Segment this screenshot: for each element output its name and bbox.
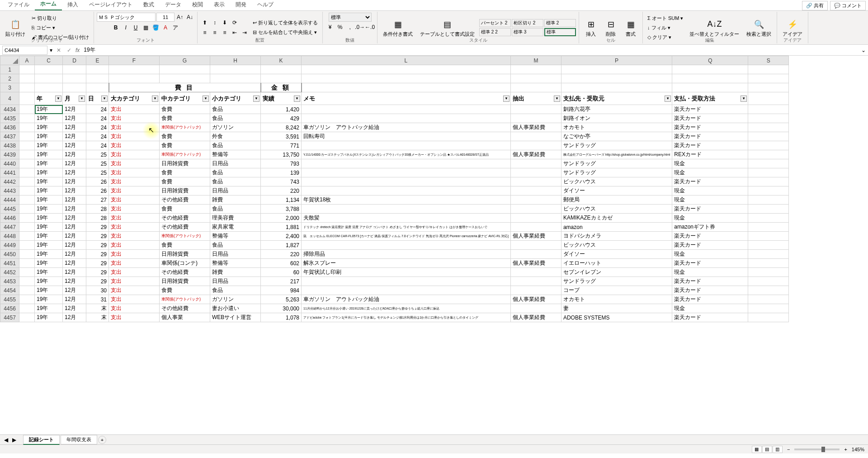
cell-day[interactable]: 24 <box>86 141 109 150</box>
cell-extract[interactable] <box>510 223 561 232</box>
style-percent2[interactable]: パーセント 2 <box>479 19 511 27</box>
copy-button[interactable]: ⎘ コピー ▾ <box>30 24 91 32</box>
cell-cat1[interactable]: 支出 <box>109 132 160 141</box>
cell-extract[interactable] <box>510 214 561 223</box>
cell-year[interactable]: 19年 <box>35 123 63 132</box>
cell-cat2[interactable]: その他経費 <box>160 304 210 313</box>
cell-amount[interactable]: 5,263 <box>261 295 302 304</box>
sort-filter-button[interactable]: A↓Z並べ替えとフィルター <box>687 17 742 38</box>
cell-cat2[interactable]: その他経費 <box>160 214 210 223</box>
align-middle-button[interactable]: ↕ <box>210 18 219 27</box>
cell-cat3[interactable]: 食品 <box>210 114 261 123</box>
cell-method[interactable]: 現金 <box>672 196 748 205</box>
cell-amount[interactable]: 2,000 <box>261 214 302 223</box>
row-header-4437[interactable]: 4437 <box>0 132 19 141</box>
filter-dropdown-icon[interactable]: ▼ <box>79 95 85 102</box>
cell-extract[interactable] <box>510 168 561 177</box>
cell-extract[interactable] <box>510 277 561 286</box>
fill-color-button[interactable]: 🪣 <box>151 23 160 32</box>
cell-year[interactable]: 19年 <box>35 286 63 295</box>
cell-day[interactable]: 24 <box>86 105 109 114</box>
cell-day[interactable]: 29 <box>86 223 109 232</box>
percent-button[interactable]: % <box>335 23 344 32</box>
cell-amount[interactable]: 602 <box>261 259 302 268</box>
cell-memo[interactable] <box>302 241 511 250</box>
row-header-4449[interactable]: 4449 <box>0 241 19 250</box>
cell-month[interactable]: 12月 <box>63 177 86 186</box>
cell-day[interactable]: 28 <box>86 214 109 223</box>
col-header-F[interactable]: F <box>109 56 160 65</box>
cell-payee[interactable]: 株式会社アローグルーパーズ http://shop.globalsrvn.co.… <box>561 150 672 159</box>
cell-cat2[interactable]: 食費 <box>160 205 210 214</box>
accept-formula-button[interactable]: ✓ <box>65 46 73 54</box>
cell-amount[interactable]: 30,000 <box>261 304 302 313</box>
cell-payee[interactable]: サンドラッグ <box>561 277 672 286</box>
cell-payee[interactable]: イエローハット <box>561 259 672 268</box>
cell-cat2[interactable]: 日用雑貨費 <box>160 277 210 286</box>
cell-month[interactable]: 12月 <box>63 132 86 141</box>
cell-day[interactable]: 25 <box>86 150 109 159</box>
cell-day[interactable]: 29 <box>86 241 109 250</box>
increase-decimal-button[interactable]: .0→ <box>355 23 364 32</box>
cell-day[interactable]: 25 <box>86 159 109 168</box>
filter-dropdown-icon[interactable]: ▼ <box>741 95 747 102</box>
zoom-slider[interactable] <box>794 448 840 450</box>
cell-cat3[interactable]: 食品 <box>210 168 261 177</box>
cell-memo[interactable]: 掃除用品 <box>302 250 511 259</box>
cell-memo[interactable] <box>302 168 511 177</box>
table-format-button[interactable]: ▤テーブルとして書式設定 <box>417 17 477 38</box>
cell-method[interactable]: 現金 <box>672 250 748 259</box>
col-header-G[interactable]: G <box>160 56 210 65</box>
cell-payee[interactable]: amazon <box>561 223 672 232</box>
col-header-K[interactable]: K <box>261 56 302 65</box>
row-header-4450[interactable]: 4450 <box>0 250 19 259</box>
cell-payee[interactable]: ヨドバシカメラ <box>561 232 672 241</box>
cell[interactable] <box>210 65 261 74</box>
find-select-button[interactable]: 🔍検索と選択 <box>744 17 774 38</box>
cell-memo[interactable] <box>302 114 511 123</box>
tab-page-layout[interactable]: ページレイアウト <box>84 0 138 10</box>
cell-cat3[interactable]: 雑費 <box>210 196 261 205</box>
cell-extract[interactable]: 個人事業経費 <box>510 259 561 268</box>
cell[interactable] <box>35 74 63 83</box>
col-header-S[interactable]: S <box>748 56 789 65</box>
cell[interactable] <box>109 74 160 83</box>
cell-year[interactable]: 19年 <box>35 150 63 159</box>
cell[interactable] <box>210 74 261 83</box>
cell-month[interactable]: 12月 <box>63 286 86 295</box>
cell-memo[interactable]: 解氷スプレー <box>302 259 511 268</box>
cell-extract[interactable] <box>510 159 561 168</box>
cell-method[interactable]: 楽天カード <box>672 105 748 114</box>
name-box[interactable] <box>2 46 47 55</box>
cell-year[interactable]: 19年 <box>35 295 63 304</box>
cell-cat1[interactable]: 支出 <box>109 313 160 322</box>
cell-month[interactable]: 12月 <box>63 223 86 232</box>
cell-month[interactable]: 12月 <box>63 304 86 313</box>
border-button[interactable]: ▦ <box>141 23 150 32</box>
filter-header[interactable]: 支払先・受取元▼ <box>561 92 672 105</box>
filter-header[interactable]: メモ▼ <box>302 92 511 105</box>
cell-year[interactable]: 19年 <box>35 159 63 168</box>
filter-dropdown-icon[interactable]: ▼ <box>665 95 671 102</box>
cell-cat2[interactable]: 食費 <box>160 141 210 150</box>
cell-cat3[interactable]: 食品 <box>210 105 261 114</box>
cell-cat2[interactable]: 食費 <box>160 132 210 141</box>
cell-month[interactable]: 12月 <box>63 159 86 168</box>
cell-amount[interactable]: 3,788 <box>261 205 302 214</box>
cell-cat2[interactable]: その他経費 <box>160 268 210 277</box>
cell-extract[interactable] <box>510 186 561 196</box>
cell-extract[interactable] <box>510 196 561 205</box>
cell-extract[interactable]: 個人事業経費 <box>510 232 561 241</box>
cell-cat1[interactable]: 支出 <box>109 105 160 114</box>
cell[interactable] <box>160 65 210 74</box>
col-header-A[interactable]: A <box>19 56 35 65</box>
cell-month[interactable]: 12月 <box>63 150 86 159</box>
cell-extract[interactable]: 個人事業経費 <box>510 295 561 304</box>
row-header-4434[interactable]: 4434 <box>0 105 19 114</box>
cell-amount[interactable]: 220 <box>261 186 302 196</box>
cell-memo[interactable]: ドリテック dretech 温湿度計 温度 湿度 アナログ コンパクト めざまし… <box>302 223 511 232</box>
cell-month[interactable]: 12月 <box>63 114 86 123</box>
cell-method[interactable]: 楽天カード <box>672 123 748 132</box>
cell-cat3[interactable]: 妻お小遣い <box>210 304 261 313</box>
filter-header[interactable]: 支払・受取方法▼ <box>672 92 748 105</box>
